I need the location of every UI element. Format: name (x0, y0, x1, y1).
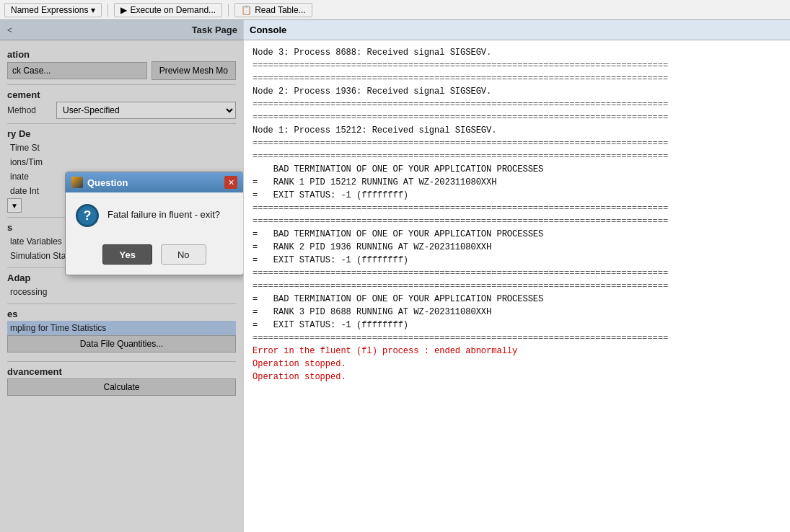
console-line: Node 2: Process 1936: Received signal SI… (253, 85, 781, 98)
toolbar-divider-1 (107, 4, 108, 17)
modal-message-text: Fatal failure in fluent - exit? (107, 208, 220, 221)
toolbar: Named Expressions ▾ ▶ Execute on Demand.… (0, 0, 790, 20)
console-line: Operation stopped. (253, 371, 781, 384)
console-line: = BAD TERMINATION OF ONE OF YOUR APPLICA… (253, 293, 781, 306)
execute-icon: ▶ (120, 5, 127, 15)
console-line: Error in the fluent (fl) process : ended… (253, 345, 781, 358)
console-line: ========================================… (253, 332, 781, 345)
console-line: ========================================… (253, 59, 781, 72)
console-line: ========================================… (253, 98, 781, 111)
console-line: Node 1: Process 15212: Received signal S… (253, 124, 781, 137)
named-expressions-button[interactable]: Named Expressions ▾ (4, 3, 102, 17)
named-expressions-arrow: ▾ (91, 5, 95, 15)
console-line: ========================================… (253, 280, 781, 293)
fluent-app-icon (71, 177, 83, 188)
toolbar-divider-2 (228, 4, 229, 17)
modal-title-text: Question (87, 177, 128, 188)
execute-on-demand-label: Execute on Demand... (130, 5, 216, 15)
modal-close-button[interactable]: ✕ (224, 176, 237, 189)
console-line: Node 3: Process 8688: Received signal SI… (253, 46, 781, 59)
read-table-icon: 📋 (241, 5, 252, 15)
execute-on-demand-button[interactable]: ▶ Execute on Demand... (114, 3, 222, 17)
console-line: BAD TERMINATION OF ONE OF YOUR APPLICATI… (253, 163, 781, 176)
console-line: ========================================… (253, 215, 781, 228)
console-line: = RANK 3 PID 8688 RUNNING AT WZ-20231108… (253, 306, 781, 319)
console-line: = RANK 1 PID 15212 RUNNING AT WZ-2023110… (253, 176, 781, 189)
console-line: = BAD TERMINATION OF ONE OF YOUR APPLICA… (253, 228, 781, 241)
console-line: ========================================… (253, 150, 781, 163)
named-expressions-label: Named Expressions (11, 5, 88, 15)
modal-overlay: Question ✕ ? Fatal failure in fluent - e… (0, 20, 244, 532)
main-layout: < Task Page ation ck Case... Preview Mes… (0, 20, 790, 532)
modal-body: ? Fatal failure in fluent - exit? (66, 192, 243, 239)
left-panel: < Task Page ation ck Case... Preview Mes… (0, 20, 244, 532)
modal-title-left: Question (71, 177, 128, 188)
console-line: ========================================… (253, 202, 781, 215)
read-table-button[interactable]: 📋 Read Table... (234, 3, 312, 17)
modal-footer: Yes No (66, 239, 243, 275)
console-line: ========================================… (253, 72, 781, 85)
modal-titlebar: Question ✕ (66, 172, 243, 192)
console-line: = EXIT STATUS: -1 (ffffffff) (253, 189, 781, 202)
read-table-label: Read Table... (255, 5, 306, 15)
console-line: = RANK 2 PID 1936 RUNNING AT WZ-20231108… (253, 241, 781, 254)
yes-button[interactable]: Yes (102, 244, 152, 265)
console-content[interactable]: Node 3: Process 8688: Received signal SI… (244, 40, 790, 532)
console-line: = EXIT STATUS: -1 (ffffffff) (253, 319, 781, 332)
console-title: Console (250, 25, 286, 35)
question-dialog: Question ✕ ? Fatal failure in fluent - e… (65, 172, 244, 275)
console-line: Operation stopped. (253, 358, 781, 371)
console-line: = EXIT STATUS: -1 (ffffffff) (253, 254, 781, 267)
console-line: ========================================… (253, 111, 781, 124)
console-line: ========================================… (253, 137, 781, 150)
no-button[interactable]: No (161, 244, 206, 265)
question-icon: ? (76, 204, 99, 227)
console-line: ========================================… (253, 267, 781, 280)
console-header: Console (244, 20, 790, 40)
right-panel: Console Node 3: Process 8688: Received s… (244, 20, 790, 532)
